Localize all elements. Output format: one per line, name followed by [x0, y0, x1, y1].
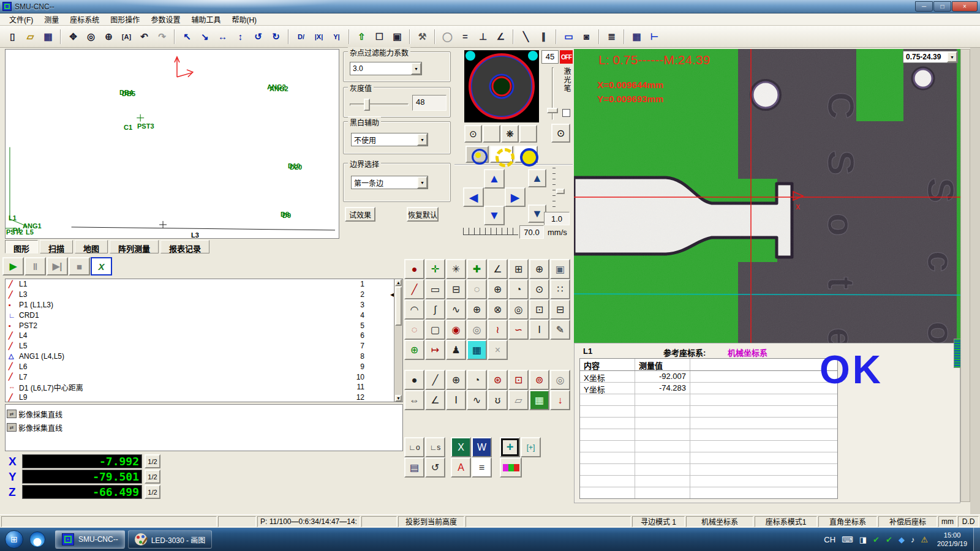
halve-button-Z[interactable]: 1/2: [145, 485, 160, 499]
list-item[interactable]: ╱L710: [6, 372, 402, 382]
filter-dropdown-icon[interactable]: ▼: [411, 62, 421, 75]
circle-cross-tool[interactable]: ⊕: [488, 279, 508, 299]
rotate-up-icon[interactable]: ↖: [179, 28, 195, 45]
pause-button[interactable]: ‖: [24, 257, 46, 276]
list-item[interactable]: ╱L46: [6, 331, 402, 341]
calculator-tool[interactable]: ▦: [467, 340, 487, 360]
light-slider-thumb[interactable]: [547, 108, 558, 113]
ring2-tool[interactable]: ◎: [550, 370, 570, 390]
plane-tool[interactable]: ▱: [508, 390, 529, 410]
ellipse-dots2-tool[interactable]: ⊚: [529, 370, 549, 390]
list-item[interactable]: ⇔D1 (L6,L7)中心距离11: [6, 382, 402, 392]
jog-down-button[interactable]: ▼: [484, 206, 505, 225]
dots-grid-tool[interactable]: ∷: [550, 279, 570, 299]
halve-button-Y[interactable]: 1/2: [145, 470, 160, 484]
move-up-icon[interactable]: ⇧: [353, 28, 370, 45]
list-item[interactable]: ╱L32◄: [6, 290, 402, 300]
circle-dash-tool[interactable]: ◌: [467, 279, 487, 299]
jog-up-button[interactable]: ▲: [484, 169, 505, 189]
maximize-button[interactable]: □: [933, 1, 951, 12]
light-value[interactable]: 45: [541, 50, 559, 64]
display-icon[interactable]: ◨: [859, 535, 867, 544]
menu-item-帮助(H)[interactable]: 帮助(H): [226, 13, 262, 26]
dim-diagonal-icon[interactable]: D/: [293, 28, 309, 45]
z-up-button[interactable]: ▲: [528, 169, 546, 187]
taskbar-app-LED-3030 - 画图[interactable]: LED-3030 - 画图: [128, 530, 213, 549]
edge-dropdown-icon[interactable]: ▼: [417, 176, 428, 189]
tab-扫描[interactable]: 扫描: [40, 240, 73, 253]
rect-tool-icon[interactable]: ▭: [560, 28, 577, 45]
menu-item-参数设置[interactable]: 参数设置: [145, 13, 186, 26]
distance-tool[interactable]: ⇔: [404, 390, 424, 410]
taskbar-clock[interactable]: 15:00 2021/9/19: [937, 531, 967, 548]
circle2-tool[interactable]: ⊕: [446, 370, 466, 390]
height-tool[interactable]: Ⅰ: [529, 320, 549, 340]
light-2-button[interactable]: [483, 125, 500, 143]
menu-item-图形操作[interactable]: 图形操作: [105, 13, 145, 26]
circle-center-tool[interactable]: ⊕: [404, 340, 424, 360]
lens-range-combobox[interactable]: 0.75-24.39 ▼: [903, 51, 958, 63]
z-step-slider[interactable]: [551, 168, 565, 211]
list-item[interactable]: ▪P1 (L1,L3)3: [6, 300, 402, 310]
font-button[interactable]: A: [451, 457, 471, 478]
list-item[interactable]: ∟CRD14: [6, 310, 402, 320]
minimize-button[interactable]: ─: [915, 1, 933, 12]
gray-slider[interactable]: [350, 103, 409, 106]
equals-icon[interactable]: =: [457, 28, 473, 45]
save-file-icon[interactable]: ▦: [40, 28, 56, 45]
scroll-down-icon[interactable]: ▼: [395, 395, 402, 402]
intersect-point-tool[interactable]: ∠: [488, 259, 508, 279]
arc2-tool[interactable]: ◔: [467, 370, 487, 390]
zoom-point-tool[interactable]: ⊕: [529, 259, 549, 279]
add-target-button[interactable]: [+]: [521, 437, 541, 457]
light-4-button[interactable]: [519, 125, 537, 143]
capture-item[interactable]: ⇄影像採集直线: [7, 407, 401, 421]
excel-list-button[interactable]: X: [91, 257, 112, 276]
gray-slider-thumb[interactable]: [364, 99, 370, 111]
wand-point-tool[interactable]: ✚: [467, 259, 487, 279]
list-item[interactable]: ╱L11: [6, 279, 402, 290]
rotate-back-button[interactable]: ↺: [425, 457, 445, 478]
lang-indicator[interactable]: CH: [824, 535, 835, 544]
image-capture-tool[interactable]: ▣: [550, 259, 570, 279]
ellipse-rect-icon[interactable]: ◙: [578, 28, 595, 45]
height-measure-icon[interactable]: ↕: [232, 28, 249, 45]
ring-light-mode-3[interactable]: [514, 146, 538, 163]
cross-point-tool[interactable]: ✛: [425, 259, 445, 279]
circle-ccw-icon[interactable]: ↺: [250, 28, 266, 45]
perpendicular-icon[interactable]: ⊥: [475, 28, 491, 45]
menu-item-测量[interactable]: 测量: [39, 13, 64, 26]
export-tool[interactable]: ↓: [550, 390, 570, 410]
rect-width-tool[interactable]: ▭: [425, 279, 445, 299]
scroll-thumb[interactable]: [395, 287, 402, 326]
auto-detect-icon[interactable]: [A]: [118, 28, 135, 45]
z-step-thumb[interactable]: [556, 189, 565, 194]
menu-item-辅助工具[interactable]: 辅助工具: [186, 13, 226, 26]
camera-view[interactable]: CSoteSco x L: 0.75------M:24.39 X=0.0096…: [574, 49, 960, 343]
coord-set-button[interactable]: ∟s: [425, 437, 445, 457]
box-point-tool[interactable]: ⊞: [508, 259, 529, 279]
graphics-view[interactable]: DB4DB5ANG2ANG2C1PST3D10D20D8D9L1ANG1P1PS…: [5, 49, 339, 239]
rect-scan-tool[interactable]: ⊟: [446, 279, 466, 299]
tools-icon[interactable]: ⚒: [414, 28, 431, 45]
coax-light-button[interactable]: ⊙: [464, 125, 482, 143]
coord-origin-button[interactable]: ∟o: [404, 437, 424, 457]
run-button[interactable]: ▶: [2, 257, 24, 276]
save-report-icon[interactable]: ▦: [628, 28, 645, 45]
stop-button[interactable]: ■: [69, 257, 90, 276]
ellipse2-tool[interactable]: ⊛: [488, 370, 508, 390]
ellipse-tool-icon[interactable]: ◯: [439, 28, 456, 45]
laser-pen-checkbox[interactable]: [562, 109, 570, 117]
line-tool-icon[interactable]: ╲: [518, 28, 534, 45]
keyboard-icon[interactable]: ⌨: [842, 535, 853, 544]
blob-tool[interactable]: ∽: [508, 320, 529, 340]
start-button[interactable]: ⊞: [5, 530, 23, 549]
notepad-button[interactable]: ≡: [472, 457, 492, 478]
ring-segment-tool[interactable]: ◎: [508, 299, 529, 320]
bw-combobox[interactable]: 不使用 ▼: [351, 133, 428, 146]
redo-icon[interactable]: ↷: [154, 28, 170, 45]
ring-light-mode-2[interactable]: [490, 146, 513, 163]
light-slider[interactable]: [546, 67, 559, 120]
angle2-tool[interactable]: ∠: [425, 390, 445, 410]
angle-icon[interactable]: ∠: [492, 28, 509, 45]
